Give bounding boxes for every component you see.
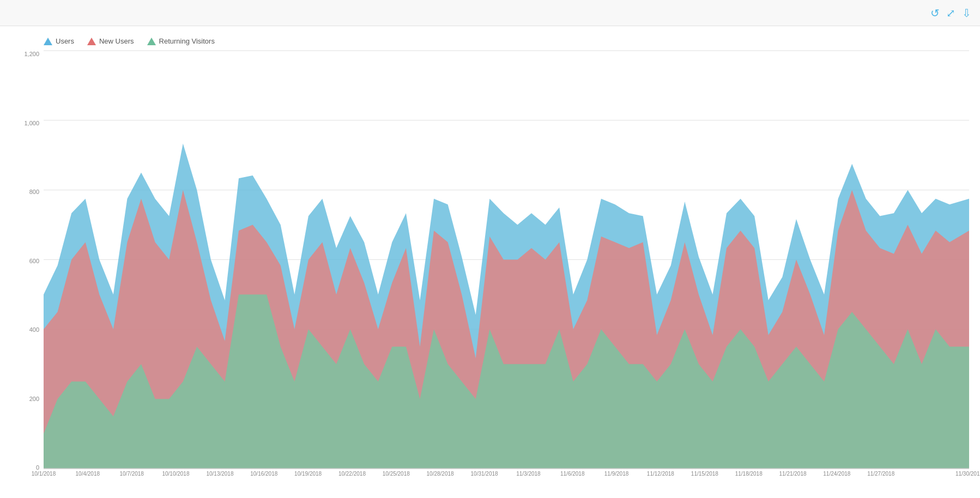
x-label-5: 10/16/2018 bbox=[250, 471, 277, 477]
x-label-9: 10/28/2018 bbox=[427, 471, 454, 477]
x-label-0: 10/1/2018 bbox=[32, 471, 56, 477]
legend-users: Users bbox=[44, 37, 74, 45]
expand-icon[interactable]: ⤢ bbox=[946, 7, 955, 20]
svg-container bbox=[44, 51, 969, 469]
toolbar: ↺ ⤢ ⇩ bbox=[0, 0, 980, 26]
x-label-20: 11/30/2018 bbox=[955, 471, 980, 477]
x-label-4: 10/13/2018 bbox=[206, 471, 233, 477]
x-label-19: 11/27/2018 bbox=[867, 471, 894, 477]
y-label-800: 800 bbox=[29, 189, 39, 195]
area-chart bbox=[44, 51, 969, 469]
legend-new-users: New Users bbox=[87, 37, 134, 45]
x-label-15: 11/15/2018 bbox=[691, 471, 718, 477]
refresh-icon[interactable]: ↺ bbox=[930, 7, 940, 20]
x-label-1: 10/4/2018 bbox=[76, 471, 100, 477]
main-container: ↺ ⤢ ⇩ Users New Users Returning Visitors bbox=[0, 0, 980, 498]
legend-new-users-label: New Users bbox=[99, 37, 134, 45]
y-label-600: 600 bbox=[29, 258, 39, 264]
x-label-7: 10/22/2018 bbox=[338, 471, 366, 477]
y-label-0: 0 bbox=[36, 464, 39, 471]
y-label-200: 200 bbox=[29, 396, 39, 402]
x-label-17: 11/21/2018 bbox=[779, 471, 806, 477]
x-label-10: 10/31/2018 bbox=[471, 471, 498, 477]
x-label-14: 11/12/2018 bbox=[647, 471, 674, 477]
y-label-1200: 1,200 bbox=[24, 51, 39, 57]
legend-returning: Returning Visitors bbox=[147, 37, 215, 45]
download-icon[interactable]: ⇩ bbox=[962, 7, 971, 20]
x-label-6: 10/19/2018 bbox=[294, 471, 322, 477]
x-label-2: 10/7/2018 bbox=[119, 471, 144, 477]
x-label-13: 11/9/2018 bbox=[604, 471, 629, 477]
x-label-16: 11/18/2018 bbox=[735, 471, 763, 477]
x-label-8: 10/25/2018 bbox=[383, 471, 410, 477]
y-label-400: 400 bbox=[29, 326, 39, 333]
legend: Users New Users Returning Visitors bbox=[44, 37, 969, 45]
x-label-3: 10/10/2018 bbox=[162, 471, 189, 477]
x-label-12: 11/6/2018 bbox=[560, 471, 585, 477]
chart-area: Users New Users Returning Visitors 1,200… bbox=[0, 26, 980, 498]
x-axis: 10/1/2018 10/4/2018 10/7/2018 10/10/2018… bbox=[44, 469, 969, 493]
legend-users-label: Users bbox=[56, 37, 74, 45]
returning-legend-icon bbox=[147, 38, 156, 45]
x-label-18: 11/24/2018 bbox=[823, 471, 850, 477]
users-legend-icon bbox=[44, 38, 52, 45]
new-users-legend-icon bbox=[87, 38, 96, 45]
chart-wrapper: 1,200 1,000 800 600 400 200 0 bbox=[11, 51, 969, 493]
legend-returning-label: Returning Visitors bbox=[159, 37, 215, 45]
chart-body: 10/1/2018 10/4/2018 10/7/2018 10/10/2018… bbox=[44, 51, 969, 493]
y-axis: 1,200 1,000 800 600 400 200 0 bbox=[11, 51, 44, 493]
y-label-1000: 1,000 bbox=[24, 120, 39, 126]
x-label-11: 11/3/2018 bbox=[516, 471, 541, 477]
